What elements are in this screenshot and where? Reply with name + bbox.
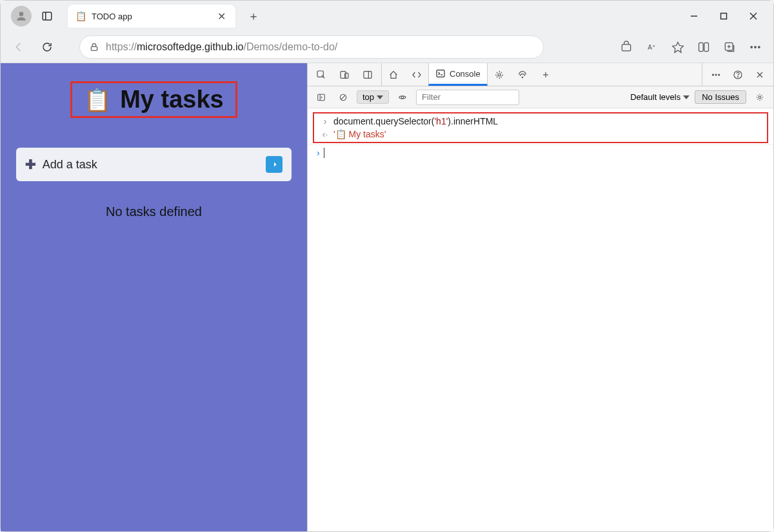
svg-point-31 [712, 74, 713, 75]
svg-point-27 [498, 74, 501, 76]
svg-rect-12 [699, 43, 704, 51]
output-chevron-icon: ‹· [321, 129, 330, 139]
console-output-row: ‹· '📋 My tasks' [317, 128, 764, 141]
svg-rect-1 [43, 12, 52, 20]
svg-point-17 [751, 46, 753, 48]
collections-icon[interactable] [718, 35, 741, 59]
svg-text:A: A [648, 44, 652, 51]
no-tasks-message: No tasks defined [106, 204, 202, 219]
dock-side-icon[interactable] [358, 65, 377, 84]
console-input-row: › document.querySelector('h1').innerHTML [317, 115, 764, 128]
tab-sources[interactable] [488, 63, 511, 86]
plus-icon: ✚ [25, 157, 36, 172]
console-input-text: document.querySelector('h1').innerHTML [333, 116, 498, 126]
svg-point-18 [755, 46, 757, 48]
console-output-text: '📋 My tasks' [333, 129, 386, 139]
svg-point-32 [715, 74, 717, 75]
new-tab-button[interactable]: ＋ [243, 6, 264, 26]
window-maximize-button[interactable] [709, 6, 739, 26]
svg-text:»: » [653, 44, 655, 48]
clear-console-button[interactable] [335, 89, 352, 106]
add-task-submit-button[interactable] [266, 156, 283, 173]
window-close-button[interactable] [739, 6, 768, 26]
read-aloud-icon[interactable]: A» [640, 35, 664, 59]
svg-point-0 [19, 12, 24, 16]
svg-point-28 [522, 77, 522, 77]
text-cursor [324, 148, 324, 158]
tab-favicon-icon: 📋 [75, 11, 86, 21]
clipboard-icon: 📋 [84, 87, 111, 113]
tab-actions-button[interactable] [37, 6, 57, 26]
svg-point-43 [759, 96, 761, 99]
devtools-more-button[interactable] [706, 65, 726, 84]
browser-tab[interactable]: 📋 TODO app ✕ [68, 5, 235, 28]
inspect-element-icon[interactable] [312, 65, 331, 84]
svg-rect-7 [91, 46, 97, 50]
console-filter-input[interactable] [416, 90, 519, 105]
profile-button[interactable] [11, 6, 32, 26]
prompt-chevron-icon: › [317, 148, 320, 158]
webpage-content: 📋 My tasks ✚ Add a task No tasks defined [1, 63, 307, 531]
svg-point-35 [737, 76, 738, 77]
tab-console[interactable]: Console [428, 63, 488, 86]
lock-icon [89, 42, 99, 52]
page-heading: 📋 My tasks [70, 81, 237, 118]
shopping-icon[interactable] [615, 35, 638, 59]
issues-button[interactable]: No Issues [695, 90, 746, 104]
console-prompt[interactable]: › [308, 144, 773, 161]
log-levels-selector[interactable]: Default levels [630, 92, 690, 102]
tab-title: TODO app [92, 12, 210, 21]
svg-rect-13 [704, 43, 709, 51]
svg-rect-23 [364, 71, 372, 78]
tab-network[interactable] [511, 63, 534, 86]
split-screen-icon[interactable] [692, 35, 715, 59]
svg-point-33 [719, 74, 720, 75]
execution-context-selector[interactable]: top [357, 90, 389, 104]
svg-marker-11 [673, 43, 684, 53]
svg-rect-8 [622, 44, 630, 51]
url-text: https://microsoftedge.github.io/Demos/de… [106, 41, 337, 53]
console-highlighted-region: › document.querySelector('h1').innerHTML… [313, 112, 768, 143]
tab-welcome[interactable] [382, 63, 405, 86]
devtools-close-button[interactable] [750, 65, 769, 84]
svg-line-41 [341, 95, 345, 99]
add-task-placeholder: Add a task [43, 158, 260, 172]
menu-button[interactable] [744, 35, 767, 59]
svg-rect-4 [721, 14, 727, 19]
input-chevron-icon: › [321, 116, 330, 126]
svg-point-42 [401, 96, 404, 99]
refresh-button[interactable] [35, 35, 59, 59]
svg-point-19 [759, 46, 760, 48]
svg-rect-25 [437, 70, 444, 77]
tab-more[interactable] [534, 63, 557, 86]
device-toolbar-icon[interactable] [335, 65, 354, 84]
console-settings-button[interactable] [751, 89, 768, 106]
favorite-icon[interactable] [666, 35, 690, 59]
page-title: My tasks [120, 86, 224, 113]
window-minimize-button[interactable] [679, 6, 709, 26]
devtools-panel: Console top [307, 63, 773, 531]
devtools-help-button[interactable] [728, 65, 748, 84]
tab-elements[interactable] [405, 63, 428, 86]
tab-close-button[interactable]: ✕ [215, 10, 228, 23]
add-task-input[interactable]: ✚ Add a task [16, 148, 292, 181]
address-bar[interactable]: https://microsoftedge.github.io/Demos/de… [79, 35, 544, 59]
live-expression-button[interactable] [394, 89, 411, 106]
console-sidebar-toggle[interactable] [313, 89, 330, 106]
back-button[interactable] [7, 35, 30, 59]
